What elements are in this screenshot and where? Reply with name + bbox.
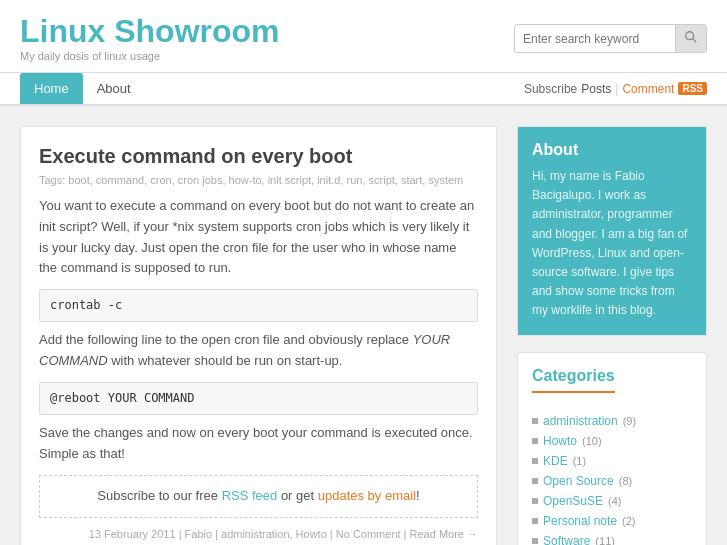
subscribe-text3: ! [416,488,420,503]
widget-about: About Hi, my name is Fabio Bacigalupo. I… [517,126,707,336]
post1-code2: @reboot YOUR COMMAND [39,382,478,415]
post1-para3: Save the changes and now on every boot y… [39,423,478,465]
search-input[interactable] [515,27,675,51]
rss-feed-link[interactable]: RSS feed [222,488,278,503]
widget-categories: Categories administration (9) Howto (10) [517,352,707,546]
comment-link[interactable]: Comment [622,82,674,96]
post1-para1: You want to execute a command on every b… [39,196,478,279]
nav-divider: | [615,82,618,96]
list-item: OpenSuSE (4) [532,491,692,511]
cat-count-personal: (2) [622,515,635,527]
cat-bullet [532,538,538,544]
cat-bullet [532,498,538,504]
post1-subscribe-box: Subscribe to our free RSS feed or get up… [39,475,478,518]
post1-body2b: with whatever should be run on start-up. [108,353,343,368]
cat-bullet [532,458,538,464]
email-link[interactable]: updates by email [318,488,416,503]
content-wrapper: Execute command on every boot Tags: boot… [0,106,727,545]
cat-bullet [532,418,538,424]
cat-count-software: (11) [595,535,615,546]
subscribe-text1: Subscribe to our free [97,488,221,503]
post1-tags: Tags: boot, command, cron, cron jobs, ho… [39,174,478,186]
list-item: administration (9) [532,411,692,431]
nav-right: Subscribe Posts | Comment RSS [524,82,707,96]
nav-item-home[interactable]: Home [20,73,83,104]
list-item: Open Source (8) [532,471,692,491]
nav-item-about[interactable]: About [83,73,145,104]
cat-link-personal[interactable]: Personal note [543,514,617,528]
post1-code1: crontab -c [39,289,478,322]
site-tagline: My daily dosis of linux usage [20,50,280,62]
cat-link-software[interactable]: Software [543,534,590,546]
cat-count-opensuse: (4) [608,495,621,507]
categories-widget-title: Categories [532,367,615,393]
cat-link-admin[interactable]: administration [543,414,618,428]
list-item: KDE (1) [532,451,692,471]
search-icon [684,30,698,44]
main-content: Execute command on every boot Tags: boot… [20,126,497,545]
post-execute-command: Execute command on every boot Tags: boot… [20,126,497,545]
search-button[interactable] [675,25,706,52]
cat-link-kde[interactable]: KDE [543,454,568,468]
cat-link-howto[interactable]: Howto [543,434,577,448]
categories-list: administration (9) Howto (10) KDE (1) [532,411,692,546]
list-item: Howto (10) [532,431,692,451]
cat-bullet [532,478,538,484]
about-widget-text: Hi, my name is Fabio Bacigalupo. I work … [532,167,692,321]
svg-line-1 [693,39,697,43]
cat-link-opensuse[interactable]: OpenSuSE [543,494,603,508]
list-item: Personal note (2) [532,511,692,531]
cat-bullet [532,518,538,524]
svg-point-0 [686,32,694,40]
posts-link[interactable]: Posts [581,82,611,96]
post1-para2: Add the following line to the open cron … [39,330,478,372]
search-box [514,24,707,53]
nav-bar: Home About Subscribe Posts | Comment RSS [0,73,727,106]
subscribe-label: Subscribe [524,82,577,96]
post1-body2: Add the following line to the open cron … [39,332,413,347]
cat-count-admin: (9) [623,415,636,427]
cat-bullet [532,438,538,444]
post1-footer: 13 February 2011 | Fabio | administratio… [39,528,478,540]
cat-link-opensource[interactable]: Open Source [543,474,614,488]
list-item: Software (11) [532,531,692,546]
cat-count-opensource: (8) [619,475,632,487]
cat-count-howto: (10) [582,435,602,447]
subscribe-text2: or get [277,488,317,503]
post1-title: Execute command on every boot [39,145,478,168]
nav-left: Home About [20,73,145,104]
rss-badge[interactable]: RSS [678,82,707,95]
site-title[interactable]: Linux Showroom [20,13,280,49]
post1-body: You want to execute a command on every b… [39,196,478,518]
about-widget-title: About [532,141,692,159]
sidebar: About Hi, my name is Fabio Bacigalupo. I… [517,126,707,545]
cat-count-kde: (1) [573,455,586,467]
